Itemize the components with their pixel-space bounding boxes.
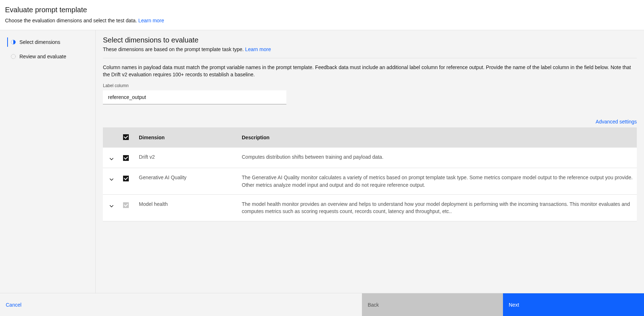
select-all-header [120, 127, 136, 148]
row-checkbox[interactable] [123, 155, 129, 161]
expand-toggle[interactable] [103, 168, 120, 195]
back-button: Back [362, 293, 503, 316]
select-all-checkbox[interactable] [123, 134, 129, 140]
table-row: Model health The model health monitor pr… [103, 195, 637, 221]
row-checkbox[interactable] [123, 176, 129, 181]
row-checkbox-cell [120, 148, 136, 168]
page-title: Evaluate prompt template [5, 6, 638, 14]
section-title: Select dimensions to evaluate [103, 36, 637, 44]
wizard-sidebar: Select dimensions Review and evaluate [0, 30, 95, 293]
main-panel: Select dimensions to evaluate These dime… [95, 30, 644, 293]
row-checkbox-cell [120, 168, 136, 195]
chevron-down-icon [110, 158, 113, 160]
cancel-button[interactable]: Cancel [0, 293, 362, 316]
svg-point-1 [11, 54, 15, 59]
table-header-row: Dimension Description [103, 127, 637, 148]
step-pending-icon [11, 54, 16, 59]
label-column-input[interactable] [103, 90, 286, 104]
info-text: Column names in payload data must match … [103, 64, 637, 78]
description-header: Description [239, 127, 637, 148]
label-column-label: Label column [103, 83, 637, 88]
dimension-description: The Generative AI Quality monitor calcul… [239, 168, 637, 195]
advanced-settings-row: Advanced settings [103, 119, 637, 125]
dimension-name: Generative AI Quality [136, 168, 239, 195]
dimension-description: Computes distribution shifts between tra… [239, 148, 637, 168]
table-row: Drift v2 Computes distribution shifts be… [103, 148, 637, 168]
dimension-name: Drift v2 [136, 148, 239, 168]
page-header: Evaluate prompt template Choose the eval… [0, 0, 644, 30]
divider [103, 58, 637, 58]
expand-toggle[interactable] [103, 195, 120, 221]
table-row: Generative AI Quality The Generative AI … [103, 168, 637, 195]
step-review-evaluate[interactable]: Review and evaluate [7, 50, 95, 63]
dimension-name: Model health [136, 195, 239, 221]
step-current-icon [11, 40, 16, 45]
expand-all-header [103, 127, 120, 148]
wizard-footer: Cancel Back Next [0, 293, 644, 316]
row-checkbox-disabled [123, 202, 129, 208]
step-label: Select dimensions [19, 39, 60, 45]
section-subtitle: These dimensions are based on the prompt… [103, 46, 637, 52]
dimension-header: Dimension [136, 127, 239, 148]
advanced-settings-link[interactable]: Advanced settings [596, 119, 637, 125]
expand-toggle[interactable] [103, 148, 120, 168]
dimension-description: The model health monitor provides an ove… [239, 195, 637, 221]
chevron-down-icon [110, 205, 113, 207]
dimensions-table: Dimension Description Drift v2 Computes [103, 127, 637, 221]
page-subtitle: Choose the evaluation dimensions and sel… [5, 18, 638, 23]
row-checkbox-cell [120, 195, 136, 221]
content-wrapper: Select dimensions Review and evaluate Se… [0, 30, 644, 293]
next-button[interactable]: Next [503, 293, 644, 316]
step-label: Review and evaluate [19, 53, 66, 60]
chevron-down-icon [110, 179, 113, 181]
learn-more-link-header[interactable]: Learn more [138, 18, 164, 23]
learn-more-link-main[interactable]: Learn more [245, 46, 271, 52]
step-select-dimensions[interactable]: Select dimensions [7, 36, 95, 48]
